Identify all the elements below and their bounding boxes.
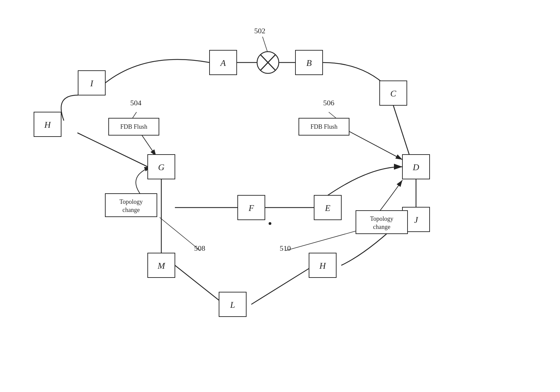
svg-text:D: D [413, 162, 419, 172]
svg-text:A: A [220, 58, 226, 68]
svg-line-13 [263, 37, 268, 53]
svg-text:E: E [325, 203, 330, 213]
svg-text:change: change [373, 224, 391, 230]
ref-504: 504 [130, 99, 142, 107]
svg-text:FDB Flush: FDB Flush [120, 123, 147, 130]
svg-text:I: I [90, 78, 94, 88]
svg-line-8 [77, 133, 148, 167]
ref-506: 506 [323, 99, 335, 107]
svg-text:FDB Flush: FDB Flush [310, 123, 338, 130]
ref-502: 502 [254, 26, 266, 35]
svg-text:H: H [44, 120, 51, 130]
svg-text:Topology: Topology [120, 198, 143, 205]
svg-text:Topology: Topology [370, 215, 394, 222]
svg-text:H: H [319, 261, 326, 271]
svg-text:B: B [306, 58, 312, 68]
svg-text:J: J [414, 215, 418, 225]
svg-line-14 [132, 112, 137, 118]
svg-line-3 [393, 105, 409, 155]
svg-text:G: G [158, 162, 165, 172]
svg-text:C: C [390, 89, 396, 99]
svg-text:L: L [230, 300, 235, 310]
svg-line-17 [285, 231, 356, 251]
svg-text:change: change [123, 207, 140, 213]
ref-508: 508 [194, 244, 205, 252]
svg-text:F: F [248, 203, 254, 213]
ref-510: 510 [280, 244, 291, 252]
svg-line-5 [251, 265, 314, 304]
svg-line-15 [329, 112, 336, 118]
svg-line-6 [175, 265, 224, 304]
svg-text:·: · [269, 219, 271, 228]
svg-text:M: M [157, 261, 165, 271]
